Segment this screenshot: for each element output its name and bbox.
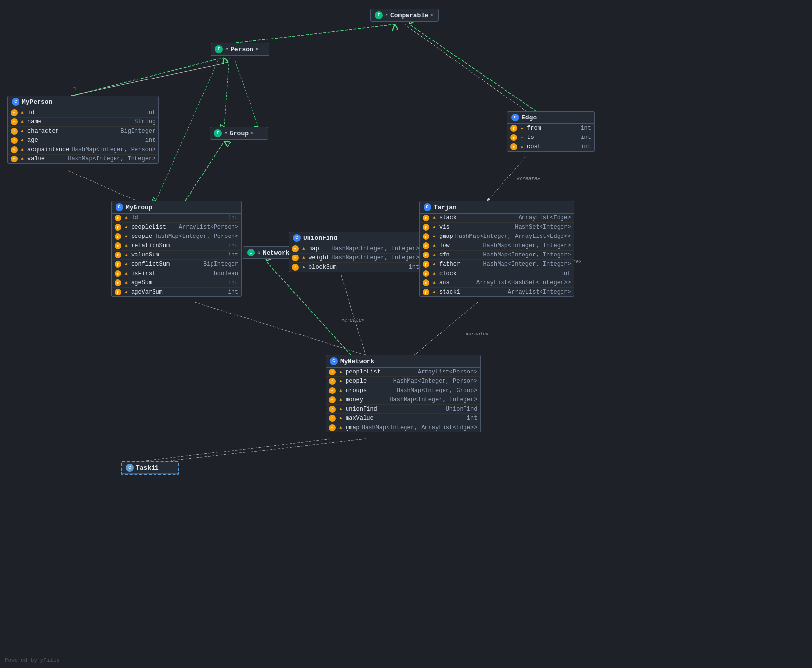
edge-title: Edge — [522, 114, 537, 121]
mg-field-agevarsum: f ▲ ageVarSum int — [112, 288, 241, 296]
field-icon-value: f — [11, 156, 18, 162]
svg-line-0 — [236, 24, 395, 43]
mygroup-header: C MyGroup — [112, 201, 241, 214]
svg-line-2 — [185, 141, 224, 201]
powered-by-label: Powered by yFiles — [5, 657, 59, 663]
tj-field-vis: f ▲ vis HashSet<Integer> — [420, 223, 574, 232]
myperson-title: MyPerson — [22, 98, 52, 106]
svg-line-11 — [71, 63, 224, 96]
field-icon-character: f — [11, 128, 18, 135]
tj-field-ans: f ▲ ans ArrayList<HashSet<Integer>> — [420, 278, 574, 288]
mg-field-peoplelist: f ▲ peopleList ArrayList<Person> — [112, 223, 241, 232]
mygroup-icon: C — [116, 203, 123, 211]
svg-line-8 — [414, 302, 478, 355]
edge-field-cost: f ▲ cost int — [507, 142, 594, 151]
edge-field-to: f ▲ to int — [507, 133, 594, 142]
group-node: I « Group » — [210, 127, 268, 140]
svg-line-7 — [341, 275, 366, 355]
field-value: f ▲ value HashMap<Integer, Integer> — [8, 155, 158, 163]
group-icon: I — [214, 129, 222, 137]
mn-field-groups: f ▲ groups HashMap<Integer, Group> — [326, 386, 480, 395]
mynetwork-node: C MyNetwork f ▲ peopleList ArrayList<Per… — [326, 355, 481, 432]
tj-field-low: f ▲ low HashMap<Integer, Integer> — [420, 241, 574, 251]
svg-line-5 — [68, 171, 136, 201]
person-node: I « Person » — [211, 43, 269, 56]
svg-line-19 — [234, 58, 258, 127]
mg-field-valuesum: f ▲ valueSum int — [112, 251, 241, 260]
field-character: f ▲ character BigInteger — [8, 127, 158, 136]
unionfind-header: C UnionFind — [289, 232, 422, 244]
unionfind-node: C UnionFind f ▲ map HashMap<Integer, Int… — [289, 232, 423, 272]
svg-line-1 — [73, 58, 224, 96]
mg-field-id: f ▲ id int — [112, 214, 241, 223]
edge-node: C Edge f ▲ from int f ▲ to int f ▲ cost … — [507, 111, 595, 152]
mg-field-isfirst: f ▲ isFirst boolean — [112, 269, 241, 278]
tj-field-stack1: f ▲ stack1 ArrayList<Integer> — [420, 288, 574, 296]
tarjan-header: C Tarjan — [420, 201, 574, 214]
tj-field-clock: f ▲ clock int — [420, 269, 574, 278]
task11-header: C Task11 — [122, 462, 178, 474]
uf-field-map: f ▲ map HashMap<Integer, Integer> — [289, 244, 422, 254]
mn-field-peoplelist: f ▲ peopleList ArrayList<Person> — [326, 368, 480, 377]
myperson-icon: C — [12, 98, 19, 106]
network-icon: I — [247, 249, 255, 256]
mygroup-title: MyGroup — [126, 204, 153, 211]
comparable-icon: I — [375, 11, 383, 19]
myperson-node: C MyPerson f ▲ id int f ▲ name String f … — [7, 96, 159, 164]
svg-line-10 — [146, 439, 331, 461]
field-icon-acquaintance: f — [11, 146, 18, 153]
svg-line-3 — [266, 261, 351, 355]
tj-field-stack: f ▲ stack ArrayList<Edge> — [420, 214, 574, 223]
svg-line-20 — [171, 439, 366, 461]
myperson-header: C MyPerson — [8, 96, 158, 108]
mg-field-agesum: f ▲ ageSum int — [112, 278, 241, 288]
mynetwork-icon: C — [330, 357, 338, 365]
person-header: I « Person » — [211, 43, 269, 56]
field-acquaintance: f ▲ acquaintance HashMap<Integer, Person… — [8, 145, 158, 155]
svg-text:«create»: «create» — [517, 177, 540, 182]
mynetwork-title: MyNetwork — [340, 358, 374, 365]
field-name: f ▲ name String — [8, 118, 158, 127]
comparable-title: Comparable — [390, 12, 428, 19]
svg-line-18 — [224, 58, 229, 127]
svg-line-21 — [405, 24, 526, 111]
mn-field-maxvalue: f ▲ maxValue int — [326, 414, 480, 423]
comparable-header: I « Comparable » — [371, 9, 438, 21]
unionfind-title: UnionFind — [303, 235, 337, 242]
svg-text:1: 1 — [73, 86, 77, 92]
uf-field-weight: f ▲ weight HashMap<Integer, Integer> — [289, 254, 422, 263]
svg-line-9 — [487, 156, 526, 201]
mg-field-conflictsum: f ▲ conflictSum BigInteger — [112, 260, 241, 269]
mn-field-people: f ▲ people HashMap<Integer, Person> — [326, 377, 480, 386]
comparable-stereotype: « — [385, 13, 388, 18]
task11-title: Task11 — [136, 464, 159, 472]
tj-field-gmap: f ▲ gmap HashMap<Integer, ArrayList<Edge… — [420, 232, 574, 241]
edge-icon: C — [511, 114, 519, 121]
unionfind-icon: C — [293, 234, 301, 242]
network-title: Network — [263, 249, 290, 256]
uf-field-blocksum: f ▲ blockSum int — [289, 263, 422, 272]
edge-header: C Edge — [507, 112, 594, 124]
mynetwork-header: C MyNetwork — [326, 355, 480, 368]
task11-icon: C — [126, 464, 134, 472]
person-title: Person — [231, 46, 253, 53]
comparable-node: I « Comparable » — [370, 9, 439, 22]
mg-field-relationsum: f ▲ relationSum int — [112, 241, 241, 251]
tj-field-dfn: f ▲ dfn HashMap<Integer, Integer> — [420, 251, 574, 260]
tarjan-title: Tarjan — [434, 204, 457, 211]
mn-field-gmap: f ▲ gmap HashMap<Integer, ArrayList<Edge… — [326, 423, 480, 432]
tarjan-icon: C — [424, 203, 431, 211]
edge-field-from: f ▲ from int — [507, 124, 594, 133]
svg-text:«create»: «create» — [341, 318, 365, 323]
person-icon: I — [215, 45, 223, 53]
field-age: f ▲ age int — [8, 136, 158, 145]
field-id: f ▲ id int — [8, 108, 158, 118]
tarjan-node: C Tarjan f ▲ stack ArrayList<Edge> f ▲ v… — [419, 201, 574, 297]
mn-field-money: f ▲ money HashMap<Integer, Integer> — [326, 395, 480, 405]
mygroup-node: C MyGroup f ▲ id int f ▲ peopleList Arra… — [111, 201, 242, 297]
field-icon-age: f — [11, 137, 18, 144]
mg-field-people: f ▲ people HashMap<Integer, Person> — [112, 232, 241, 241]
mn-field-unionfind: f ▲ unionFind UnionFind — [326, 405, 480, 414]
svg-line-6 — [195, 302, 366, 355]
svg-text:«create»: «create» — [465, 332, 489, 337]
